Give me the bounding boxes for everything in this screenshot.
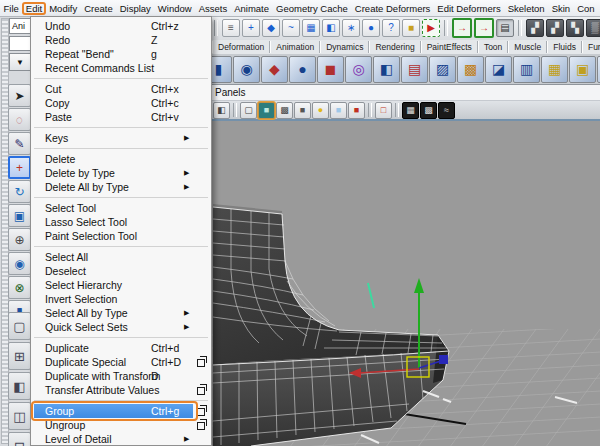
ipr-render-icon[interactable]: ▚ xyxy=(566,19,584,37)
quick-select-field[interactable] xyxy=(9,36,31,51)
layout-split-vertical-button[interactable]: ◫ xyxy=(8,402,31,430)
sine-deformer-icon[interactable]: ▨ xyxy=(429,56,456,83)
default-lighting-icon[interactable]: ● xyxy=(312,102,329,119)
select-by-component-icon[interactable]: ~ xyxy=(282,19,300,37)
menu-item[interactable]: Transfer Attribute Values ▶ xyxy=(31,383,211,397)
menu-item[interactable]: Quick Select Sets ▶ xyxy=(31,320,211,334)
select-by-object-icon[interactable]: ◆ xyxy=(262,19,280,37)
menu-bar-item[interactable]: Edit xyxy=(22,2,45,15)
menu-item[interactable]: Paint Selection Tool ▶ xyxy=(31,229,211,243)
scale-tool[interactable]: ▣ xyxy=(8,204,31,227)
wrinkle-deformer-icon[interactable]: ▦ xyxy=(541,56,568,83)
menu-bar-item[interactable]: File xyxy=(0,2,22,15)
script-editor-icon[interactable]: ▤ xyxy=(496,19,514,37)
layout-outliner-persp-button[interactable]: ◧ xyxy=(8,372,31,400)
menu-item[interactable]: Duplicate with Transform D ▶ xyxy=(31,369,211,383)
snap-to-points-icon[interactable]: ∗ xyxy=(342,19,360,37)
menu-bar-item[interactable]: Animate xyxy=(231,2,273,15)
paint-selection-tool[interactable]: ✎ xyxy=(8,132,31,155)
twist-deformer-icon[interactable]: ◪ xyxy=(485,56,512,83)
squash-deformer-icon[interactable]: ▩ xyxy=(457,56,484,83)
xray-display-icon[interactable]: ▦ xyxy=(402,102,419,119)
menu-bar-item[interactable]: Con xyxy=(574,2,598,15)
shelf-tab[interactable]: Deformation xyxy=(212,41,270,53)
menu-bar-item[interactable]: Display xyxy=(116,2,154,15)
menu-item[interactable]: Redo Z ▶ xyxy=(31,33,211,47)
menuset-dropdown-arrow[interactable]: ▼ xyxy=(9,53,31,71)
shelf-tab[interactable]: PaintEffects xyxy=(421,41,478,53)
flare-deformer-icon[interactable]: ▤ xyxy=(401,56,428,83)
textured-display-icon[interactable]: ▩ xyxy=(276,102,293,119)
shelf-tab[interactable]: Muscle xyxy=(508,41,547,53)
panels-menu[interactable]: Panels xyxy=(215,87,246,98)
menu-item[interactable]: Select All ▶ xyxy=(31,250,211,264)
make-live-icon[interactable]: ▶ xyxy=(422,19,440,37)
option-box-icon[interactable] xyxy=(197,359,205,367)
snap-to-grids-icon[interactable]: ▦ xyxy=(302,19,320,37)
use-all-lights-icon[interactable]: ■ xyxy=(294,102,311,119)
menu-bar-item[interactable]: Skeleton xyxy=(504,2,548,15)
smooth-shade-display-icon[interactable]: ■ xyxy=(258,102,275,119)
menu-bar-item[interactable]: Create Deformers xyxy=(351,2,434,15)
menu-item[interactable]: Select All by Type ▶ xyxy=(31,306,211,320)
menu-item[interactable]: Select Tool ▶ xyxy=(31,201,211,215)
menu-item[interactable]: Keys ▶ xyxy=(31,131,211,145)
collapse-section-icon[interactable]: ≡ xyxy=(222,19,240,37)
menu-bar-item[interactable]: Edit Deformers xyxy=(434,2,504,15)
show-manipulator-tool[interactable]: ⊗ xyxy=(8,276,31,299)
menu-bar-item[interactable]: Skin xyxy=(548,2,573,15)
menu-bar-item[interactable]: Create xyxy=(81,2,117,15)
sculpt-deformer-icon[interactable]: ● xyxy=(289,56,316,83)
menu-bar-item[interactable]: Modify xyxy=(46,2,81,15)
snap-to-view-planes-icon[interactable]: ● xyxy=(362,19,380,37)
viewport-3d-view[interactable] xyxy=(211,121,600,446)
shelf-tab[interactable]: Dynamics xyxy=(320,41,369,53)
shelf-tab[interactable]: Fur xyxy=(582,41,600,53)
menu-bar-item[interactable]: Geometry Cache xyxy=(273,2,352,15)
shelf-tab[interactable]: Animation xyxy=(270,41,320,53)
menu-item[interactable]: Undo Ctrl+z ▶ xyxy=(31,19,211,33)
shelf-tab[interactable]: Rendering xyxy=(369,41,420,53)
menu-item[interactable]: Delete All by Type ▶ xyxy=(31,180,211,194)
menu-item[interactable]: Invert Selection ▶ xyxy=(31,292,211,306)
cluster-icon[interactable]: ◆ xyxy=(261,56,288,83)
construction-history-off-icon[interactable]: → xyxy=(474,18,494,38)
select-by-hierarchy-icon[interactable]: + xyxy=(242,19,260,37)
shelf-tab[interactable]: Fluids xyxy=(547,41,582,53)
wireframe-on-shaded-icon[interactable]: ▩ xyxy=(420,102,437,119)
menu-item[interactable]: Level of Detail ▶ xyxy=(31,432,211,446)
menu-item[interactable]: Group Ctrl+g ▶ xyxy=(31,404,211,418)
texture-view-icon[interactable]: ■ xyxy=(330,102,347,119)
menu-item[interactable]: Delete ▶ xyxy=(31,152,211,166)
move-tool[interactable]: + xyxy=(8,156,31,179)
universal-manipulator-tool[interactable]: ⊕ xyxy=(8,228,31,251)
single-perspective-layout-icon[interactable]: ◧ xyxy=(213,102,230,119)
jiggle-deformer-icon[interactable]: ▣ xyxy=(569,56,596,83)
menu-item[interactable]: Select Hierarchy ▶ xyxy=(31,278,211,292)
isolate-select-icon[interactable]: □ xyxy=(375,102,392,119)
rotate-tool[interactable]: ↻ xyxy=(8,180,31,203)
menu-item[interactable]: Duplicate Special Ctrl+D ▶ xyxy=(31,355,211,369)
menu-item[interactable]: Copy Ctrl+c ▶ xyxy=(31,96,211,110)
menu-bar-item[interactable]: Assets xyxy=(195,2,231,15)
soft-mod-tool[interactable]: ◉ xyxy=(8,252,31,275)
menu-item[interactable]: Duplicate Ctrl+d ▶ xyxy=(31,341,211,355)
select-tool[interactable]: ➤ xyxy=(8,84,31,107)
layout-hypergraph-persp-button[interactable]: ⊟ xyxy=(8,432,31,446)
menu-item[interactable]: Delete by Type ▶ xyxy=(31,166,211,180)
menu-bar-item[interactable]: Window xyxy=(154,2,195,15)
wireframe-display-icon[interactable]: ▢ xyxy=(240,102,257,119)
menu-item[interactable]: Recent Commands List ▶ xyxy=(31,61,211,75)
option-box-icon[interactable] xyxy=(197,408,205,416)
soft-mod-icon[interactable]: ◼ xyxy=(317,56,344,83)
menu-item[interactable]: Cut Ctrl+x ▶ xyxy=(31,82,211,96)
nonlinear-icon[interactable]: ◉ xyxy=(233,56,260,83)
render-view-icon[interactable]: ▞ xyxy=(526,19,544,37)
render-current-frame-icon[interactable]: ▞ xyxy=(546,19,564,37)
lock-icon[interactable]: ■ xyxy=(402,19,420,37)
menu-item[interactable]: Deselect ▶ xyxy=(31,264,211,278)
wave-deformer-icon[interactable]: ▥ xyxy=(513,56,540,83)
lasso-select-tool[interactable]: ◌ xyxy=(8,108,31,131)
bend-deformer-icon[interactable]: ◧ xyxy=(373,56,400,83)
option-box-icon[interactable] xyxy=(197,387,205,395)
